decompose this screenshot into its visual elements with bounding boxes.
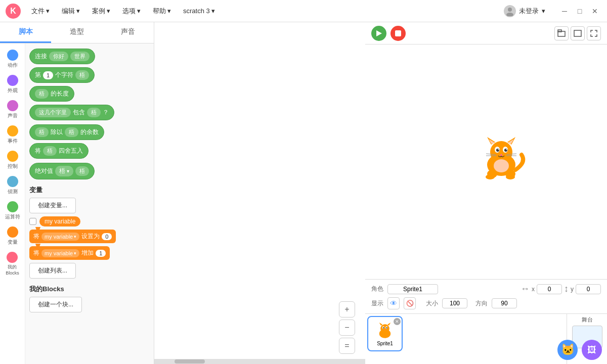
sprite-name-input[interactable]	[387, 284, 438, 294]
zoom-reset-button[interactable]: =	[339, 338, 355, 354]
menu-file[interactable]: 文件 ▾	[26, 5, 55, 18]
svg-point-2	[508, 8, 512, 12]
horizontal-scrollbar[interactable]	[154, 359, 365, 364]
menu-options[interactable]: 选项 ▾	[117, 5, 146, 18]
svg-text:K: K	[10, 7, 16, 15]
sprite-close-button[interactable]: ✕	[394, 318, 401, 325]
category-sensing[interactable]: 侦测	[6, 174, 19, 197]
block-connect[interactable]: 连接 你好 世界	[29, 49, 95, 64]
direction-input[interactable]	[492, 298, 517, 308]
show-button[interactable]: 👁	[387, 297, 400, 309]
category-looks[interactable]: 外观	[6, 73, 19, 96]
small-stage-button[interactable]	[554, 26, 569, 40]
add-sprite-area: 🐱	[557, 340, 578, 360]
svg-rect-6	[558, 30, 561, 32]
svg-point-28	[486, 174, 495, 179]
fullscreen-button[interactable]	[587, 26, 601, 40]
svg-point-17	[504, 149, 507, 152]
category-motion[interactable]: 动作	[6, 48, 19, 71]
sprite-info-panel: 角色 ↔ x ↕ y 显示 👁 🚫 大小 方向	[365, 279, 607, 313]
sprites-list: ✕ Sprite1	[365, 314, 567, 364]
code-editor-area: + − =	[154, 22, 365, 364]
svg-point-3	[506, 13, 513, 16]
y-input[interactable]	[576, 284, 601, 294]
add-backdrop-button[interactable]: 🖼	[582, 340, 602, 360]
variable-checkbox[interactable]	[29, 218, 36, 225]
menubar: K 文件 ▾ 编辑 ▾ 案例 ▾ 选项 ▾ 帮助 ▾ scratch 3 ▾ 未…	[0, 0, 607, 22]
window-controls: ─ □ ✕	[557, 4, 602, 18]
add-sprite-button[interactable]: 🐱	[557, 340, 578, 360]
category-sound[interactable]: 声音	[6, 98, 19, 121]
tabs-bar: 脚本 造型 声音	[0, 22, 154, 43]
block-set-variable[interactable]: 将 my variable ▾ 设置为 0	[29, 230, 116, 243]
tab-code[interactable]: 脚本	[0, 22, 51, 43]
green-flag-button[interactable]	[371, 26, 386, 41]
show-label: 显示	[371, 299, 383, 308]
blocks-panel: 连接 你好 世界 第 1 个字符 梧	[25, 43, 154, 364]
category-operators[interactable]: 运算符	[4, 199, 21, 222]
size-input[interactable]	[442, 298, 467, 308]
chevron-down-icon: ▾	[107, 7, 110, 15]
zoom-out-button[interactable]: −	[339, 320, 355, 336]
block-round[interactable]: 将 梧 四舍五入	[29, 143, 89, 159]
svg-point-37	[386, 327, 387, 328]
svg-marker-4	[376, 30, 382, 36]
create-list-button[interactable]: 创建列表...	[29, 263, 76, 279]
category-variables[interactable]: 变量	[6, 224, 19, 248]
chevron-down-icon: ▾	[137, 7, 141, 15]
svg-point-25	[494, 159, 509, 172]
svg-point-19	[506, 149, 507, 150]
svg-point-18	[498, 149, 499, 150]
block-length[interactable]: 梧 的长度	[29, 86, 74, 102]
minimize-button[interactable]: ─	[557, 4, 572, 18]
stage-view-buttons	[554, 26, 601, 40]
x-label: x	[532, 286, 535, 293]
svg-marker-32	[379, 323, 382, 326]
user-menu[interactable]: 未登录 ▾	[499, 3, 550, 19]
category-events[interactable]: 事件	[6, 123, 19, 147]
variable-row: my variable	[29, 216, 150, 226]
direction-label: 方向	[475, 299, 488, 308]
menu-cases[interactable]: 案例 ▾	[87, 5, 115, 18]
zoom-in-button[interactable]: +	[339, 301, 355, 317]
svg-point-29	[506, 174, 515, 179]
category-myblocks[interactable]: 我的Blocks	[5, 250, 20, 278]
x-input[interactable]	[537, 284, 562, 294]
close-button[interactable]: ✕	[588, 4, 602, 18]
stage-panel: 角色 ↔ x ↕ y 显示 👁 🚫 大小 方向	[365, 22, 607, 364]
zoom-controls: + − =	[339, 301, 355, 354]
code-canvas[interactable]: + − =	[154, 22, 365, 364]
menu-help[interactable]: 帮助 ▾	[148, 5, 176, 18]
block-change-variable[interactable]: 将 my variable ▾ 增加 1	[29, 246, 110, 260]
chevron-down-icon: ▾	[542, 7, 545, 15]
sprite-list-area: ✕ Sprite1	[365, 313, 607, 364]
menu-edit[interactable]: 编辑 ▾	[57, 5, 85, 18]
category-control[interactable]: 控制	[6, 149, 19, 172]
user-avatar	[504, 5, 516, 17]
block-nth-char[interactable]: 第 1 个字符 梧	[29, 67, 95, 83]
size-label: 大小	[426, 299, 438, 308]
stage-label: 舞台	[582, 316, 593, 324]
hide-button[interactable]: 🚫	[404, 297, 416, 309]
chevron-down-icon: ▾	[211, 7, 215, 15]
block-contains[interactable]: 这几个字里 包含 梧 ？	[29, 105, 114, 120]
menu-scratch[interactable]: scratch 3 ▾	[178, 5, 220, 17]
svg-point-31	[380, 324, 389, 333]
block-abs[interactable]: 绝对值 梧▾ 梧	[29, 163, 95, 179]
app-logo: K	[5, 3, 21, 19]
tab-sound[interactable]: 声音	[103, 22, 154, 43]
chevron-down-icon: ▾	[167, 7, 171, 15]
svg-rect-7	[574, 30, 581, 36]
normal-stage-button[interactable]	[571, 26, 585, 40]
sprite-item-name: Sprite1	[377, 341, 393, 346]
variable-badge[interactable]: my variable	[39, 216, 80, 226]
block-modulo[interactable]: 梧 除以 梧 的余数	[29, 124, 104, 140]
maximize-button[interactable]: □	[573, 4, 587, 18]
stage-canvas[interactable]	[365, 44, 607, 279]
tab-costume[interactable]: 造型	[51, 22, 102, 43]
create-variable-button[interactable]: 创建变量...	[29, 198, 76, 213]
myblocks-section-label: 我的Blocks	[29, 285, 150, 294]
sprite-item[interactable]: ✕ Sprite1	[367, 316, 403, 351]
stop-button[interactable]	[391, 26, 406, 41]
create-block-button[interactable]: 创建一个块...	[29, 297, 82, 312]
